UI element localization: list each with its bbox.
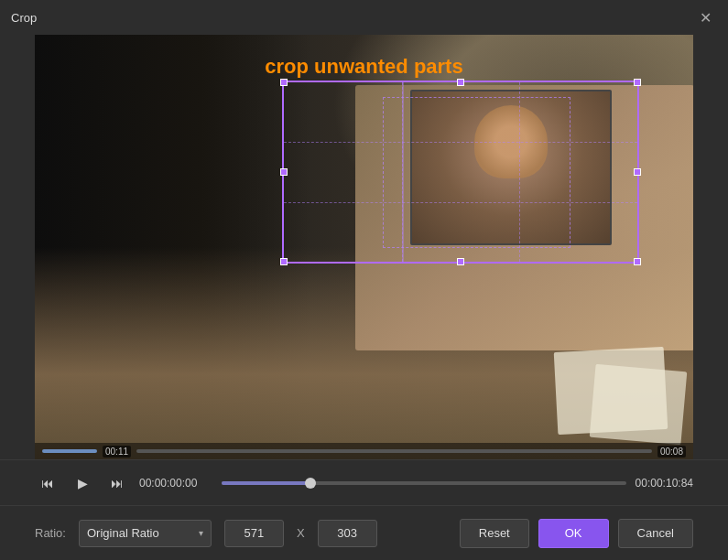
seek-knob[interactable] <box>305 478 316 489</box>
chevron-down-icon: ▾ <box>199 528 203 538</box>
play-button[interactable]: ▶ <box>70 470 95 496</box>
ratio-dropdown[interactable]: Original Ratio ▾ <box>79 520 212 547</box>
height-input[interactable] <box>318 520 377 547</box>
cancel-button[interactable]: Cancel <box>618 519 693 548</box>
seek-bar[interactable] <box>222 481 626 485</box>
video-progress-area: 00:11 00:08 <box>35 443 693 459</box>
video-container: crop unwanted parts <box>35 35 693 459</box>
video-background: crop unwanted parts <box>35 35 693 459</box>
window-title: Crop <box>11 11 37 25</box>
coord-separator: X <box>297 526 305 540</box>
title-bar: Crop ✕ <box>0 0 728 35</box>
progress-remaining <box>136 449 652 453</box>
time-total: 00:00:10:84 <box>636 477 693 490</box>
skip-forward-button[interactable]: ⏭ <box>104 470 130 496</box>
options-bar: Ratio: Original Ratio ▾ X Reset OK Cance… <box>0 505 728 560</box>
seek-played <box>222 481 310 485</box>
crop-window: Crop ✕ <box>0 0 728 560</box>
action-buttons: Reset OK Cancel <box>460 519 693 548</box>
ok-button[interactable]: OK <box>538 519 609 548</box>
time-badge-left: 00:11 <box>103 446 131 458</box>
reset-button[interactable]: Reset <box>460 519 529 548</box>
video-scene <box>35 35 693 459</box>
time-current: 00:00:00:00 <box>139 477 212 490</box>
ratio-select-text: Original Ratio <box>87 526 191 540</box>
controls-bar: ⏮ ▶ ⏭ 00:00:00:00 00:00:10:84 <box>0 459 728 505</box>
close-button[interactable]: ✕ <box>693 5 717 29</box>
skip-back-button[interactable]: ⏮ <box>35 470 60 496</box>
progress-played <box>42 449 97 453</box>
ratio-label: Ratio: <box>35 526 66 540</box>
time-badge-right: 00:08 <box>657 446 686 458</box>
width-input[interactable] <box>224 520 284 547</box>
